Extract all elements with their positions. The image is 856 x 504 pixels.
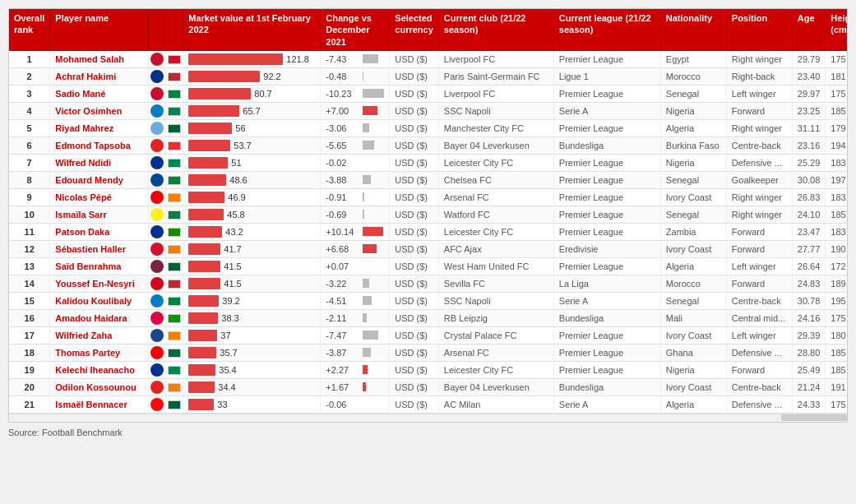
table-row: 6 Edmond Tapsoba 53.7 -5.65 USD ($) Baye… — [9, 136, 848, 154]
header-selected[interactable]: Selected currency — [390, 9, 438, 51]
header-market-value[interactable]: Market value at 1st February 2022 — [183, 9, 321, 51]
value-bar — [188, 123, 232, 134]
table-row: 11 Patson Daka 43.2 +10.14 USD ($) Leice… — [9, 223, 848, 240]
cell-change: +7.00 — [321, 102, 390, 119]
club-logo-icon — [150, 53, 164, 66]
cell-height: 175 — [826, 309, 848, 326]
table-row: 12 Sébastien Haller 41.7 +6.68 USD ($) A… — [9, 240, 848, 257]
scroll-thumb[interactable] — [781, 414, 847, 421]
cell-club-logo — [149, 223, 166, 240]
cell-club: RB Leipzig — [438, 309, 553, 326]
change-value: -0.48 — [326, 72, 360, 81]
header-height[interactable]: Height (cm) — [826, 9, 848, 51]
table-row: 1 Mohamed Salah 121.8 -7.43 USD ($) Live… — [9, 51, 848, 68]
change-value: -5.65 — [326, 141, 360, 150]
cell-currency: USD ($) — [390, 102, 438, 119]
header-player[interactable]: Player name — [50, 9, 149, 51]
cell-flag — [166, 223, 183, 240]
cell-club-logo — [149, 206, 166, 223]
cell-age: 24.83 — [792, 275, 826, 292]
cell-change: -7.43 — [321, 51, 390, 68]
change-container: -2.11 — [326, 313, 384, 323]
header-rank[interactable]: Overall rank — [9, 9, 50, 51]
cell-flag — [166, 344, 183, 361]
header-league[interactable]: Current league (21/22 season) — [553, 9, 660, 51]
cell-player-name: Kelechi Iheanacho — [50, 361, 149, 378]
cell-flag — [166, 119, 183, 136]
cell-club: Liverpool FC — [438, 51, 553, 68]
cell-currency: USD ($) — [390, 51, 438, 68]
value-text: 43.2 — [225, 227, 254, 237]
cell-player-name: Ismaël Bennacer — [50, 395, 149, 413]
cell-nationality: Senegal — [660, 206, 726, 223]
bar-container: 35.4 — [188, 364, 315, 376]
cell-club-logo — [149, 240, 166, 257]
cell-flag — [166, 171, 183, 188]
cell-club-logo — [149, 102, 166, 119]
cell-club: SSC Napoli — [438, 292, 553, 309]
flag-icon — [168, 124, 181, 133]
table-row: 5 Riyad Mahrez 56 -3.06 USD ($) Manchest… — [9, 119, 848, 136]
cell-league: Premier League — [553, 361, 660, 378]
cell-player-name: Achraf Hakimi — [50, 67, 149, 85]
cell-club-logo — [149, 292, 166, 309]
header-club[interactable]: Current club (21/22 season) — [438, 9, 553, 51]
cell-nationality: Ivory Coast — [660, 188, 726, 206]
club-logo-icon — [150, 225, 164, 238]
cell-league: La Liga — [553, 275, 660, 292]
horizontal-scrollbar[interactable] — [9, 414, 847, 422]
cell-rank: 9 — [9, 188, 50, 206]
cell-rank: 18 — [9, 344, 50, 361]
cell-age: 23.25 — [792, 102, 826, 119]
cell-league: Bundesliga — [553, 378, 660, 395]
cell-flag — [166, 154, 183, 171]
flag-icon — [168, 366, 181, 375]
cell-club-logo — [149, 361, 166, 378]
header-position[interactable]: Position — [726, 9, 792, 51]
change-bar — [363, 279, 369, 288]
cell-market-value: 41.5 — [183, 257, 321, 275]
cell-nationality: Nigeria — [660, 154, 726, 171]
change-bar — [363, 175, 371, 184]
value-text: 48.6 — [229, 175, 258, 185]
cell-nationality: Ivory Coast — [660, 378, 726, 395]
cell-height: 175 — [826, 51, 848, 68]
change-bar — [363, 123, 369, 132]
bar-container: 38.3 — [188, 312, 315, 324]
flag-icon — [168, 193, 181, 202]
cell-change: -3.22 — [321, 275, 390, 292]
cell-age: 23.47 — [792, 223, 826, 240]
flag-icon — [168, 349, 181, 358]
cell-market-value: 65.7 — [183, 102, 321, 119]
header-nationality[interactable]: Nationality — [660, 9, 726, 51]
value-bar — [188, 243, 220, 255]
header-change[interactable]: Change vs December 2021 — [321, 9, 390, 51]
change-bar — [363, 296, 372, 305]
cell-currency: USD ($) — [390, 85, 438, 102]
change-value: +6.68 — [326, 244, 360, 254]
cell-flag — [166, 206, 183, 223]
cell-height: 195 — [826, 292, 848, 309]
cell-height: 180 — [826, 326, 848, 344]
cell-flag — [166, 395, 183, 413]
bar-container: 45.8 — [188, 209, 315, 220]
cell-height: 172 — [826, 257, 848, 275]
club-logo-icon — [150, 70, 164, 83]
cell-league: Serie A — [553, 395, 660, 413]
cell-market-value: 37 — [183, 326, 321, 344]
change-bar — [363, 382, 366, 391]
change-container: -0.06 — [326, 400, 384, 409]
cell-club: SSC Napoli — [438, 102, 553, 119]
value-bar — [188, 312, 218, 324]
cell-rank: 3 — [9, 85, 50, 102]
change-bar — [363, 244, 377, 253]
cell-rank: 13 — [9, 257, 50, 275]
table-row: 17 Wilfried Zaha 37 -7.47 USD ($) Crysta… — [9, 326, 848, 344]
bar-container: 39.2 — [188, 295, 315, 307]
cell-change: +2.27 — [321, 361, 390, 378]
value-bar — [188, 226, 222, 238]
change-bar — [363, 89, 384, 98]
header-age[interactable]: Age — [792, 9, 826, 51]
bar-container: 33 — [188, 399, 315, 410]
cell-flag — [166, 326, 183, 344]
